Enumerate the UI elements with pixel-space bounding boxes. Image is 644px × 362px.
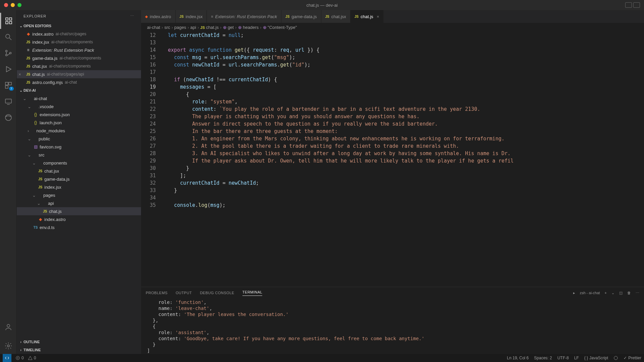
more-actions-icon[interactable]: ⋯: [130, 14, 134, 18]
editor-tab[interactable]: JSindex.jsx: [176, 10, 207, 23]
new-terminal-icon[interactable]: +: [605, 291, 607, 295]
remote-indicator[interactable]: [3, 354, 11, 362]
file-item[interactable]: JSchat.jsx: [17, 167, 141, 175]
svg-point-12: [7, 345, 9, 347]
folder-item[interactable]: ⌄pages: [17, 191, 141, 199]
breadcrumb-item[interactable]: ⊕ headers: [238, 25, 259, 30]
open-editor-item[interactable]: JSgame-data.jsai-chat/src/components: [17, 54, 141, 62]
tabs-bar: ◆index.astroJSindex.jsx≡Extension: Rust …: [141, 10, 644, 23]
window-controls: [4, 3, 21, 7]
breadcrumb-item[interactable]: api: [190, 25, 196, 30]
warnings-count[interactable]: 0: [28, 356, 36, 360]
editor-tab[interactable]: JSchat.js×: [351, 10, 383, 23]
file-item[interactable]: JSchat.js: [17, 207, 141, 215]
folder-item[interactable]: ⌄ai-chat: [17, 94, 141, 102]
breadcrumb-item[interactable]: pages: [174, 25, 186, 30]
folder-item[interactable]: ⌄src: [17, 151, 141, 159]
project-section[interactable]: ⌄DEV-AI: [17, 86, 141, 94]
debug-console-tab[interactable]: DEBUG CONSOLE: [200, 291, 234, 295]
open-editor-item[interactable]: ×JSchat.jsai-chat/src/pages/api: [17, 70, 141, 78]
editor-area: ◆index.astroJSindex.jsx≡Extension: Rust …: [141, 10, 644, 354]
svg-point-10: [5, 115, 11, 121]
split-terminal-icon[interactable]: ◫: [619, 291, 623, 295]
prettier-status[interactable]: ✓ Prettier: [624, 356, 641, 360]
errors-count[interactable]: 0: [15, 356, 24, 360]
code-editor[interactable]: 1213141516171819202122232425262728293031…: [141, 32, 644, 287]
open-editor-item[interactable]: JSchat.jsxai-chat/src/components: [17, 62, 141, 70]
search-activity[interactable]: [0, 29, 16, 45]
outline-section[interactable]: ›OUTLINE: [17, 338, 141, 346]
editor-tab[interactable]: JSgame-data.js: [281, 10, 321, 23]
timeline-section[interactable]: ›TIMELINE: [17, 346, 141, 354]
source-control-activity[interactable]: [0, 45, 16, 61]
cursor-position[interactable]: Ln 19, Col 6: [507, 356, 529, 360]
indentation[interactable]: Spaces: 2: [534, 356, 552, 360]
breadcrumb[interactable]: ai-chat›src›pages›api›JS chat.js›⊕ get›⊕…: [141, 23, 644, 32]
file-item[interactable]: ▧favicon.svg: [17, 143, 141, 151]
svg-point-16: [614, 356, 618, 360]
terminal-dropdown-icon[interactable]: ⌄: [611, 291, 614, 295]
file-item[interactable]: {}extensions.json: [17, 110, 141, 119]
code-lines[interactable]: let currentChatId = null; export async f…: [162, 32, 644, 287]
breadcrumb-item[interactable]: ⊕ get: [223, 25, 234, 30]
folder-item[interactable]: ⌄api: [17, 199, 141, 207]
run-debug-activity[interactable]: [0, 61, 16, 77]
folder-item[interactable]: ⌄public: [17, 135, 141, 143]
open-editor-item[interactable]: JSastro.config.mjsai-chat: [17, 78, 141, 86]
breadcrumb-item[interactable]: ai-chat: [147, 25, 160, 30]
explorer-activity[interactable]: [0, 13, 16, 29]
folder-item[interactable]: ›node_modules: [17, 127, 141, 135]
open-editor-item[interactable]: ◆index.astroai-chat/src/pages: [17, 30, 141, 38]
toggle-panel-icon[interactable]: [625, 2, 632, 8]
file-item[interactable]: TSenv.d.ts: [17, 223, 141, 231]
close-window-button[interactable]: [4, 3, 8, 7]
minimize-window-button[interactable]: [11, 3, 15, 7]
svg-rect-7: [5, 86, 8, 88]
terminal-body[interactable]: role: 'function', name: 'leave-chat', co…: [141, 299, 644, 354]
sidebar-header: EXPLORER ⋯: [17, 10, 141, 22]
accounts-activity[interactable]: [0, 319, 16, 335]
terminal-profile-icon[interactable]: ▸: [573, 291, 575, 295]
problems-tab[interactable]: PROBLEMS: [146, 291, 168, 295]
breadcrumb-item[interactable]: ⊕ "Content-Type": [263, 25, 297, 30]
feedback-icon[interactable]: [613, 356, 618, 360]
folder-item[interactable]: ⌄.vscode: [17, 102, 141, 110]
layout-controls: [625, 2, 640, 8]
close-tab-icon[interactable]: ×: [377, 14, 379, 19]
svg-point-3: [5, 54, 7, 56]
breadcrumb-item[interactable]: JS chat.js: [200, 25, 219, 30]
output-tab[interactable]: OUTPUT: [176, 291, 192, 295]
folder-item[interactable]: ⌄components: [17, 159, 141, 167]
kill-terminal-icon[interactable]: 🗑: [627, 291, 631, 295]
bottom-panel: PROBLEMS OUTPUT DEBUG CONSOLE TERMINAL ▸…: [141, 287, 644, 354]
more-terminal-icon[interactable]: ⋯: [636, 291, 639, 295]
titlebar: chat.js — dev-ai: [0, 0, 644, 10]
terminal-tab[interactable]: TERMINAL: [242, 290, 263, 296]
eol[interactable]: LF: [574, 356, 579, 360]
editor-tab[interactable]: ≡Extension: Rust Extension Pack: [207, 10, 281, 23]
edge-activity[interactable]: [0, 109, 16, 126]
editor-tab[interactable]: ◆index.astro: [141, 10, 176, 23]
svg-line-1: [9, 38, 11, 40]
toggle-sidebar-icon[interactable]: [633, 2, 640, 8]
line-gutter: 1213141516171819202122232425262728293031…: [141, 32, 162, 287]
settings-activity[interactable]: [0, 338, 16, 354]
file-item[interactable]: JSindex.jsx: [17, 183, 141, 191]
file-item[interactable]: {}launch.json: [17, 119, 141, 127]
extensions-activity[interactable]: 7: [0, 77, 16, 93]
remote-activity[interactable]: [0, 93, 16, 109]
encoding[interactable]: UTF-8: [557, 356, 569, 360]
open-editors-label: OPEN EDITORS: [24, 24, 51, 28]
editor-tab[interactable]: JSchat.jsx: [321, 10, 351, 23]
open-editor-item[interactable]: JSindex.jsxai-chat/src/components: [17, 38, 141, 46]
language-mode[interactable]: { } JavaScript: [584, 356, 608, 360]
breadcrumb-item[interactable]: src: [164, 25, 170, 30]
open-editor-item[interactable]: ≡Extension: Rust Extension Pack: [17, 46, 141, 54]
statusbar: 0 0 Ln 19, Col 6 Spaces: 2 UTF-8 LF { } …: [0, 354, 644, 362]
close-editor-icon[interactable]: ×: [17, 72, 23, 77]
terminal-label[interactable]: zsh - ai-chat: [580, 291, 600, 295]
maximize-window-button[interactable]: [17, 3, 21, 7]
file-item[interactable]: JSgame-data.js: [17, 175, 141, 183]
file-item[interactable]: ◆index.astro: [17, 215, 141, 223]
open-editors-section[interactable]: ⌄OPEN EDITORS: [17, 22, 141, 30]
